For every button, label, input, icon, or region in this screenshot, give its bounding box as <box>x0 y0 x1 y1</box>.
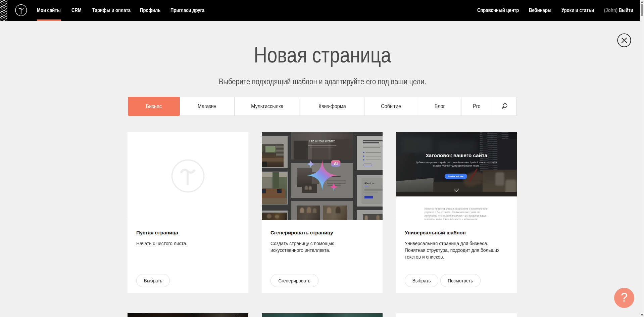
svg-text:AI: AI <box>334 162 338 166</box>
